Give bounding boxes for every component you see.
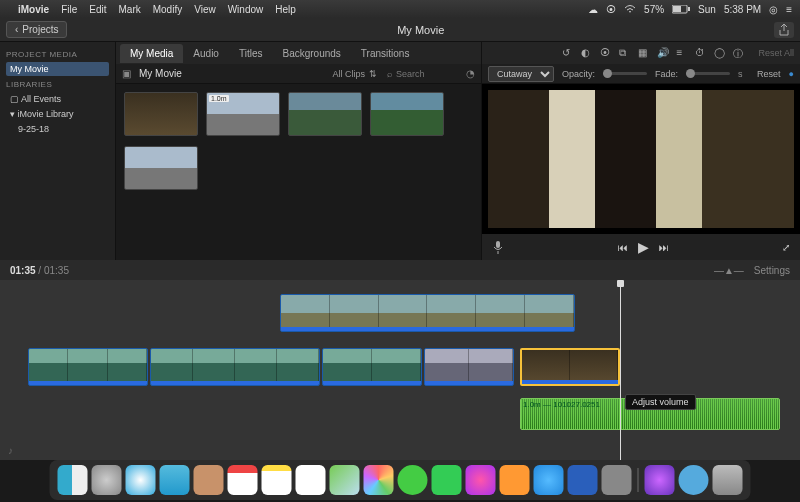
dock-appstore[interactable] [534,465,564,495]
stabilize-icon[interactable]: ▦ [638,47,650,59]
fade-slider[interactable] [686,72,730,75]
sidebar-event[interactable]: 9-25-18 [6,122,109,136]
timeline-clip[interactable] [28,348,148,386]
timeline-clip[interactable] [424,348,514,386]
search-input[interactable] [396,69,456,79]
opacity-slider[interactable] [603,72,647,75]
chevron-updown-icon: ⇅ [369,69,377,79]
color-correct-icon[interactable]: ⦿ [600,47,612,59]
tab-backgrounds[interactable]: Backgrounds [272,44,350,63]
tab-my-media[interactable]: My Media [120,44,183,63]
noise-icon[interactable]: ≡ [676,47,688,59]
timeline-clip-cutaway[interactable] [280,294,575,332]
dock-word[interactable] [568,465,598,495]
dock-notes[interactable] [262,465,292,495]
app-menu[interactable]: iMovie [18,4,49,15]
share-icon [778,24,790,36]
menubar-time: 5:38 PM [724,4,761,15]
timeline-clip-selected[interactable] [520,348,620,386]
browser-project-name: My Movie [139,68,182,79]
menu-help[interactable]: Help [275,4,296,15]
play-button[interactable]: ▶ [638,239,649,255]
sidebar-library[interactable]: ▾ iMovie Library [6,107,109,121]
reset-all-label[interactable]: Reset All [758,48,794,58]
dock-messages[interactable] [398,465,428,495]
dock-launchpad[interactable] [92,465,122,495]
menu-edit[interactable]: Edit [89,4,106,15]
prev-button[interactable]: ⏮ [618,242,628,253]
volume-icon[interactable]: 🔊 [657,47,669,59]
zoom-slider-icon[interactable]: —▲— [714,265,744,276]
overlay-effect-dropdown[interactable]: Cutaway [488,66,554,82]
dock-safari[interactable] [126,465,156,495]
fullscreen-icon[interactable]: ⤢ [782,242,790,253]
sidebar-project[interactable]: My Movie [6,62,109,76]
checkmark-icon[interactable]: ● [789,69,794,79]
dock-facetime[interactable] [432,465,462,495]
speed-icon[interactable]: ⏱ [695,47,707,59]
share-button[interactable] [774,22,794,38]
preview-viewer: ↺ ◐ ⦿ ⧉ ▦ 🔊 ≡ ⏱ ◯ ⓘ Reset All Cutaway Op… [482,42,800,260]
dock-preferences[interactable] [602,465,632,495]
info-icon[interactable]: ⓘ [733,47,745,59]
battery-icon[interactable] [672,5,690,14]
toggle-sidebar-icon[interactable]: ▣ [122,68,131,79]
dock-downloads[interactable] [679,465,709,495]
projects-label: Projects [22,24,58,35]
reset-button[interactable]: Reset [757,69,781,79]
dock-itunes[interactable] [466,465,496,495]
timeline-clip[interactable] [150,348,320,386]
media-browser: My Media Audio Titles Backgrounds Transi… [116,42,482,260]
clip-thumb[interactable]: 1.0m [206,92,280,136]
svg-rect-1 [673,6,681,12]
dock-ibooks[interactable] [500,465,530,495]
settings-button[interactable]: Settings [754,265,790,276]
timecode: 01:35 / 01:35 [10,265,69,276]
projects-button[interactable]: ‹ Projects [6,21,67,38]
dock-photos[interactable] [364,465,394,495]
sidebar-all-events[interactable]: ▢ All Events [6,92,109,106]
filter-icon[interactable]: ◯ [714,47,726,59]
clip-thumb[interactable] [370,92,444,136]
menu-mark[interactable]: Mark [118,4,140,15]
tab-titles[interactable]: Titles [229,44,273,63]
menu-view[interactable]: View [194,4,216,15]
sidebar-heading-libraries: LIBRARIES [6,80,109,89]
clip-thumb[interactable] [288,92,362,136]
spotlight-icon[interactable]: ◎ [769,4,778,15]
dock-trash[interactable] [713,465,743,495]
timeline-tracks[interactable]: 1.0m — 101027.0251 Adjust volume ♪ [0,280,800,460]
wifi-icon[interactable] [624,4,636,14]
menubar-list-icon[interactable]: ≡ [786,4,792,15]
clips-filter-dropdown[interactable]: All Clips ⇅ [332,69,377,79]
dock-mail[interactable] [160,465,190,495]
dock-contacts[interactable] [194,465,224,495]
color-balance-icon[interactable]: ◐ [581,47,593,59]
crop-icon[interactable]: ⧉ [619,47,631,59]
playhead[interactable] [620,280,621,460]
clip-thumb[interactable] [124,146,198,190]
control-center-icon[interactable]: ⦿ [606,4,616,15]
reset-icon[interactable]: ↺ [562,47,574,59]
dock-imovie[interactable] [645,465,675,495]
dock-reminders[interactable] [296,465,326,495]
battery-percent: 57% [644,4,664,15]
preview-canvas[interactable] [482,84,800,234]
dock-separator [638,468,639,492]
menu-window[interactable]: Window [228,4,264,15]
menu-modify[interactable]: Modify [153,4,182,15]
dock-finder[interactable] [58,465,88,495]
timeline-clip[interactable] [322,348,422,386]
clip-thumb[interactable] [124,92,198,136]
dock-maps[interactable] [330,465,360,495]
preview-frame [488,90,794,228]
menu-file[interactable]: File [61,4,77,15]
tab-transitions[interactable]: Transitions [351,44,420,63]
dock-calendar[interactable] [228,465,258,495]
search-field[interactable]: ⌕ [387,69,456,79]
tab-audio[interactable]: Audio [183,44,229,63]
clip-appearance-icon[interactable]: ◔ [466,68,475,79]
cloud-icon[interactable]: ☁ [588,4,598,15]
microphone-icon[interactable] [492,240,504,254]
next-button[interactable]: ⏭ [659,242,669,253]
